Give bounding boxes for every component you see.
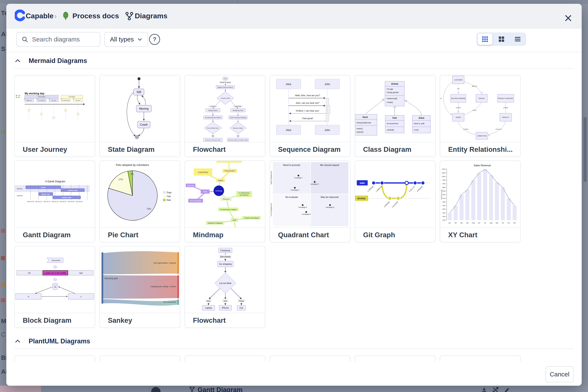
diagram-card-block-diagram[interactable]: Document left A wide one in the middle r… [14, 246, 95, 328]
card-title: Gantt Diagram [15, 227, 95, 242]
svg-text:covers: covers [472, 110, 477, 111]
gantt-diagram-thumbnail: A Gantt Diagram A task Another task Task… [15, 161, 95, 227]
svg-text:2014-02-09: 2014-02-09 [68, 201, 75, 202]
svg-text:may: may [472, 222, 475, 224]
section-header-plantuml[interactable]: PlantUML Diagrams [14, 336, 574, 346]
diagram-card-xy-chart[interactable]: Sales Revenue Revenue (in $) 40004500500… [440, 160, 521, 242]
svg-text:aug: aug [490, 222, 492, 224]
svg-text:receives: receives [456, 107, 461, 108]
svg-text:Mermaid: Mermaid [187, 185, 194, 186]
sidebar-fragment: AR [1, 368, 6, 375]
svg-text:nov: nov [507, 222, 510, 224]
card-title: Git Graph [355, 227, 435, 242]
svg-text:Talking Flowers: Talking Flowers [208, 110, 218, 111]
diagram-card-sequence-diagram[interactable]: Alice John Alice John Hello John, how ar… [270, 75, 350, 157]
svg-text:Choose a Path: Choose a Path [221, 98, 230, 99]
svg-text:Document: Document [52, 259, 61, 262]
svg-text:Yes: Yes [212, 135, 214, 137]
breadcrumb-page: Diagrams [135, 4, 167, 28]
svg-text:2014-02-02: 2014-02-02 [60, 201, 67, 202]
svg-text:3-ea23209: 3-ea23209 [391, 201, 399, 208]
diagram-card-quadrant-chart[interactable]: Need to promote We should expand Re-eval… [270, 160, 350, 242]
state-diagram-thumbnail: Still Moving Crash [100, 75, 180, 142]
diagram-card-entity-relationship[interactable]: CUSTOMER DELIVERY-ADDRESS INVOICE PRODUC… [440, 75, 521, 157]
fit-screen-icon [492, 386, 499, 392]
background-doc-title: Gantt Diagram [198, 386, 243, 392]
svg-text:Go shopping: Go shopping [219, 263, 232, 265]
svg-text:liable for: liable for [472, 86, 477, 87]
svg-text:Heating and cooling - homes: Heating and cooling - homes [151, 285, 176, 288]
svg-text:Creative techniques: Creative techniques [244, 217, 259, 219]
git-graph-thumbnail: main develop 0-36f5ad5 1-e8d01c8 5-abc1c… [355, 161, 435, 227]
svg-text:Need to promote: Need to promote [283, 164, 300, 166]
svg-text:4000: 4000 [442, 219, 446, 221]
diagram-card-mindmap[interactable]: Origins Long history Popularisation Tool… [185, 160, 265, 242]
diagram-card-flowchart-christmas[interactable]: Christmas Get money Go shopping Let me t… [185, 246, 265, 328]
background-right-edge [582, 4, 588, 386]
view-grid-large-button[interactable] [494, 34, 509, 45]
quadrant-chart-thumbnail: Need to promote We should expand Re-eval… [270, 161, 350, 227]
svg-text:10000: 10000 [442, 176, 445, 177]
breadcrumb-separator: › [113, 4, 116, 28]
diagram-card-class-diagram[interactable]: Animal +int age +String gender +isMammal… [355, 75, 435, 157]
svg-text:right: right [79, 272, 83, 274]
diagram-card-user-journey[interactable]: My working day Cat Me Go to work Go home [14, 75, 95, 157]
svg-text:Task in sec: Task in sec [42, 193, 50, 195]
cancel-button[interactable]: Cancel [545, 366, 574, 382]
type-filter-dropdown[interactable]: All types [105, 32, 148, 47]
sidebar-fragment: M [1, 318, 6, 325]
svg-text:+run(): +run() [413, 129, 418, 131]
svg-text:C: C [81, 296, 82, 298]
svg-text:Get money: Get money [220, 256, 231, 258]
svg-text:6500: 6500 [442, 201, 446, 203]
view-list-button[interactable] [510, 34, 525, 45]
block-diagram-thumbnail: Document left A wide one in the middle r… [15, 246, 95, 313]
svg-text:Unlock the Treasure Chest: Unlock the Treasure Chest [205, 139, 221, 141]
dialog-header: Capable › Process docs › Diagrams [6, 4, 582, 28]
view-grid-small-button[interactable] [478, 34, 492, 45]
scrollbar-thumb[interactable] [583, 117, 587, 182]
diagram-card-git-graph[interactable]: main develop 0-36f5ad5 1-e8d01c8 5-abc1c… [355, 160, 435, 242]
svg-text:Fish: Fish [393, 117, 397, 119]
svg-text:Left Path: Left Path [210, 106, 216, 107]
diagram-card-gantt-diagram[interactable]: A Gantt Diagram A task Another task Task… [14, 160, 95, 242]
breadcrumb-app[interactable]: Capable [26, 4, 54, 28]
sidebar-fragment: Te [1, 10, 6, 17]
breadcrumb-space[interactable]: Process docs [73, 4, 119, 28]
background-bottom-bar: Gantt Diagram [0, 386, 588, 392]
user-journey-thumbnail: My working day Cat Me Go to work Go home [15, 75, 95, 142]
section-header-mermaid[interactable]: Mermaid Diagrams [14, 56, 574, 66]
svg-text:Argument mapping: Argument mapping [208, 222, 222, 224]
svg-text:Three: Three [239, 300, 244, 302]
help-button[interactable]: ? [149, 34, 160, 45]
svg-text:has: has [457, 88, 459, 90]
diagram-card-sankey[interactable]: Electricity grid Over generation / expor… [99, 246, 180, 328]
svg-text:8500: 8500 [442, 187, 446, 188]
svg-text:+swim(): +swim() [356, 128, 363, 130]
svg-text:Re-evaluate: Re-evaluate [285, 196, 298, 198]
diagram-card-state-diagram[interactable]: Still Moving Crash State Diagra [99, 75, 180, 157]
search-box[interactable] [17, 32, 100, 47]
svg-text:2014-01-05: 2014-01-05 [27, 201, 34, 202]
branch-icon [189, 386, 195, 392]
diagram-card-pie-chart[interactable]: Pets adopted by volunteers 79% 17% 3% Do… [99, 160, 180, 242]
diagram-card-flowchart[interactable]: You Decide to explore Magical Garden Ent… [185, 75, 265, 157]
close-button[interactable] [563, 14, 573, 23]
svg-text:10500: 10500 [442, 172, 445, 174]
svg-text:+String beakColor: +String beakColor [356, 122, 371, 124]
sankey-thumbnail: Electricity grid Over generation / expor… [100, 246, 180, 313]
search-input[interactable] [32, 36, 91, 43]
sidebar-color-swatch [1, 229, 5, 233]
svg-text:Origins: Origins [218, 180, 223, 182]
capable-logo-icon [15, 10, 26, 21]
svg-text:apr: apr [466, 222, 469, 224]
svg-text:Moving: Moving [139, 107, 149, 110]
svg-text:+String gender: +String gender [386, 91, 399, 94]
card-title: Quadrant Chart [270, 227, 350, 242]
svg-text:+quack(): +quack() [356, 131, 363, 133]
dialog-footer: Cancel [6, 362, 582, 386]
svg-text:H2 conversion: H2 conversion [163, 301, 176, 303]
svg-text:places: places [440, 98, 442, 99]
svg-text:sep: sep [495, 222, 498, 224]
svg-text:mar: mar [460, 222, 463, 224]
